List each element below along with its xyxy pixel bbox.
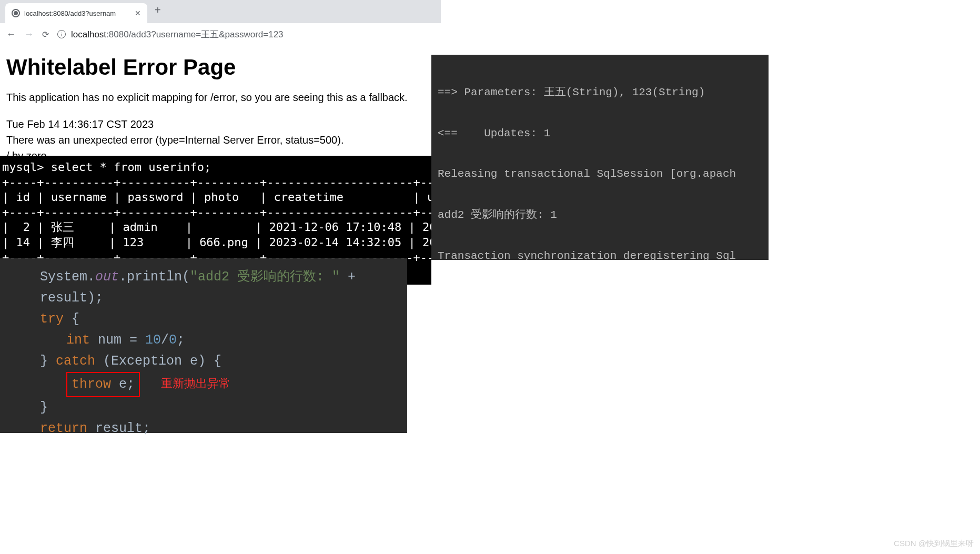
tab-title: localhost:8080/add3?usernam <box>24 9 130 17</box>
tab-bar: localhost:8080/add3?usernam ✕ + <box>0 0 441 23</box>
log-line: add2 受影响的行数: 1 <box>438 205 762 226</box>
info-icon[interactable]: i <box>57 30 66 38</box>
url-text: localhost:8080/add3?username=王五&password… <box>71 28 284 41</box>
url-input[interactable]: i localhost:8080/add3?username=王五&passwo… <box>57 28 435 41</box>
code-line: } catch (Exception e) { <box>40 351 407 372</box>
highlighted-code: throw e; <box>66 372 140 397</box>
globe-icon <box>12 9 20 17</box>
code-line: throw e; 重新抛出异常 <box>40 372 407 397</box>
code-line: try { <box>40 309 407 330</box>
log-line: ==> Parameters: 王五(String), 123(String) <box>438 83 762 103</box>
address-bar: ← → ⟳ i localhost:8080/add3?username=王五&… <box>0 23 441 45</box>
log-line: Transaction synchronization deregisterin… <box>438 246 762 260</box>
browser-chrome: localhost:8080/add3?usernam ✕ + ← → ⟳ i … <box>0 0 441 45</box>
close-icon[interactable]: ✕ <box>135 9 141 17</box>
log-line: <== Updates: 1 <box>438 124 762 144</box>
console-log[interactable]: ==> Parameters: 王五(String), 123(String) … <box>431 55 769 260</box>
ide-editor[interactable]: System.out.println("add2 受影响的行数: " + res… <box>0 258 407 433</box>
back-button[interactable]: ← <box>6 29 16 40</box>
code-annotation: 重新抛出异常 <box>161 375 230 394</box>
browser-tab[interactable]: localhost:8080/add3?usernam ✕ <box>5 3 147 23</box>
code-line: return result; <box>40 418 407 439</box>
code-line: int num = 10/0; <box>40 330 407 351</box>
code-line: System.out.println("add2 受影响的行数: " + res… <box>40 267 407 309</box>
forward-button[interactable]: → <box>24 29 34 40</box>
reload-button[interactable]: ⟳ <box>42 29 49 39</box>
watermark: CSDN @快到锅里来呀 <box>894 539 974 549</box>
new-tab-button[interactable]: + <box>147 4 168 16</box>
code-line: } <box>40 397 407 418</box>
log-line: Releasing transactional SqlSession [org.… <box>438 164 762 185</box>
